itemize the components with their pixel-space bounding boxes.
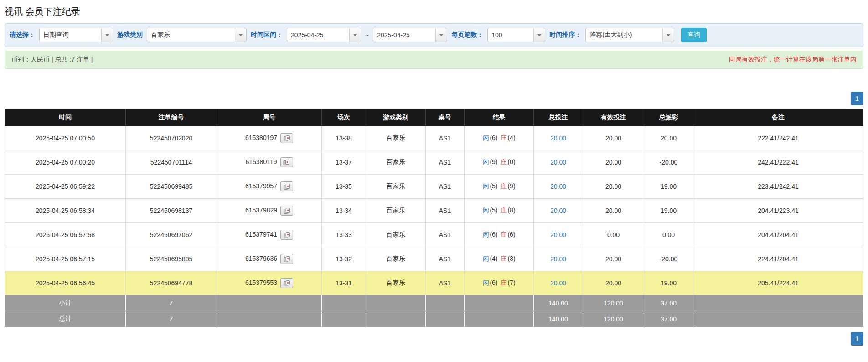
payout-cell: 19.00: [644, 199, 693, 223]
total-bet-cell: 20.00: [534, 271, 583, 295]
total-bet-link[interactable]: 20.00: [550, 279, 566, 287]
banker-result-label: 庄: [500, 134, 506, 141]
total-bet-link[interactable]: 20.00: [550, 134, 566, 142]
view-cards-button[interactable]: [280, 230, 293, 240]
summary-bar: 币别：人民币 | 总共 :7 注单 | 同局有效投注，统一计算在该局第一张注单内: [5, 51, 863, 69]
chevron-down-icon: [353, 34, 357, 36]
subtotal-count: 7: [126, 295, 217, 311]
player-result-label: 闲: [482, 134, 489, 141]
player-result-label: 闲: [482, 279, 489, 286]
payout-cell: -20.00: [644, 247, 693, 271]
date-from-input[interactable]: [287, 28, 349, 42]
cards-icon: [284, 280, 290, 286]
empty-cell: [693, 295, 863, 311]
query-type-input[interactable]: [40, 28, 101, 42]
remark-cell: 242.41/222.41: [693, 150, 863, 175]
pagination-page-button[interactable]: 1: [851, 92, 863, 105]
query-type-dropdown-button[interactable]: [101, 28, 113, 42]
result-cell: 闲(5) 庄(8): [465, 199, 534, 223]
empty-cell: [366, 295, 426, 311]
sort-order-input[interactable]: [586, 28, 662, 42]
game-type-combobox: [147, 28, 247, 42]
player-result-label: 闲: [482, 182, 489, 190]
remark-cell: 204.41/204.41: [693, 223, 863, 247]
header-valid-bet: 有效投注: [583, 109, 644, 126]
table-no-cell: AS1: [426, 150, 465, 175]
time-cell: 2025-04-25 07:00:20: [5, 150, 126, 175]
total-bet-cell: 20.00: [534, 126, 583, 150]
subtotal-total-bet: 140.00: [534, 295, 583, 311]
round-id-text: 615380119: [245, 158, 277, 165]
total-bet-link[interactable]: 20.00: [550, 231, 566, 238]
game-type-cell: 百家乐: [366, 223, 426, 247]
page-size-dropdown-button[interactable]: [533, 28, 545, 42]
subtotal-valid-bet: 120.00: [583, 295, 644, 311]
game-type-cell: 百家乐: [366, 126, 426, 150]
pagination-page-button[interactable]: 1: [851, 332, 863, 346]
search-button[interactable]: 查询: [681, 28, 707, 42]
player-result-label: 闲: [482, 231, 489, 238]
result-cell: 闲(4) 庄(3): [465, 247, 534, 271]
result-cell: 闲(5) 庄(9): [465, 175, 534, 199]
empty-cell: [322, 311, 366, 327]
total-bet-link[interactable]: 20.00: [550, 255, 566, 263]
query-type-label: 请选择：: [10, 31, 35, 39]
date-from-combobox: [287, 28, 361, 42]
view-cards-button[interactable]: [280, 181, 293, 191]
player-result-label: 闲: [482, 207, 489, 214]
date-to-input[interactable]: [373, 28, 435, 42]
player-result-value: (6): [490, 279, 497, 286]
session-cell: 13-33: [322, 223, 366, 247]
table-row: 2025-04-25 06:56:45 522450694778 6153795…: [5, 271, 863, 295]
total-bet-link[interactable]: 20.00: [550, 207, 566, 214]
empty-cell: [693, 311, 863, 327]
view-cards-button[interactable]: [280, 206, 293, 216]
sort-order-label: 时间排序：: [549, 31, 581, 39]
table-row: 2025-04-25 07:00:50 522450702020 6153801…: [5, 126, 863, 150]
cards-icon: [284, 256, 290, 262]
session-cell: 13-32: [322, 247, 366, 271]
view-cards-button[interactable]: [280, 278, 293, 288]
filter-bar: 请选择： 游戏类别 时间区间： ~ 每页笔数： 时间排序： 查询: [5, 23, 863, 47]
pagination-top: 1: [5, 92, 863, 105]
game-type-cell: 百家乐: [366, 150, 426, 175]
bet-id-cell: 522450702020: [126, 126, 217, 150]
cards-icon: [284, 232, 290, 238]
view-cards-button[interactable]: [280, 157, 293, 167]
banker-result-label: 庄: [500, 255, 506, 262]
cards-icon: [283, 160, 290, 165]
date-range-label: 时间区间：: [251, 31, 283, 39]
bet-id-cell: 522450697062: [126, 223, 217, 247]
subtotal-row: 小计 7 140.00 120.00 37.00: [5, 295, 863, 311]
valid-bet-cell: 0.00: [583, 223, 644, 247]
bet-id-cell: 522450695805: [126, 247, 217, 271]
date-from-dropdown-button[interactable]: [349, 28, 361, 42]
grand-total-label: 总计: [5, 311, 126, 327]
game-type-dropdown-button[interactable]: [235, 28, 246, 42]
player-result-label: 闲: [482, 255, 489, 262]
session-cell: 13-37: [322, 150, 366, 175]
game-type-input[interactable]: [147, 28, 235, 42]
page-size-label: 每页笔数：: [451, 31, 483, 39]
view-cards-button[interactable]: [280, 254, 293, 264]
total-bet-cell: 20.00: [534, 150, 583, 175]
player-result-value: (5): [490, 182, 497, 190]
header-time: 时间: [5, 109, 126, 126]
header-session: 场次: [322, 109, 366, 126]
empty-cell: [465, 295, 534, 311]
player-result-value: (4): [490, 255, 497, 262]
time-cell: 2025-04-25 06:57:15: [5, 247, 126, 271]
round-id-text: 615379553: [245, 279, 277, 286]
view-cards-button[interactable]: [280, 133, 293, 143]
time-cell: 2025-04-25 07:00:50: [5, 126, 126, 150]
banker-result-value: (9): [507, 182, 515, 190]
sort-order-dropdown-button[interactable]: [662, 28, 674, 42]
date-to-dropdown-button[interactable]: [435, 28, 447, 42]
header-round-id: 局号: [217, 109, 322, 126]
total-bet-link[interactable]: 20.00: [550, 183, 566, 190]
player-result-value: (6): [490, 134, 497, 141]
page-size-input[interactable]: [488, 28, 533, 42]
total-bet-link[interactable]: 20.00: [550, 159, 566, 166]
empty-cell: [217, 295, 322, 311]
grand-total-payout: 37.00: [644, 311, 693, 327]
